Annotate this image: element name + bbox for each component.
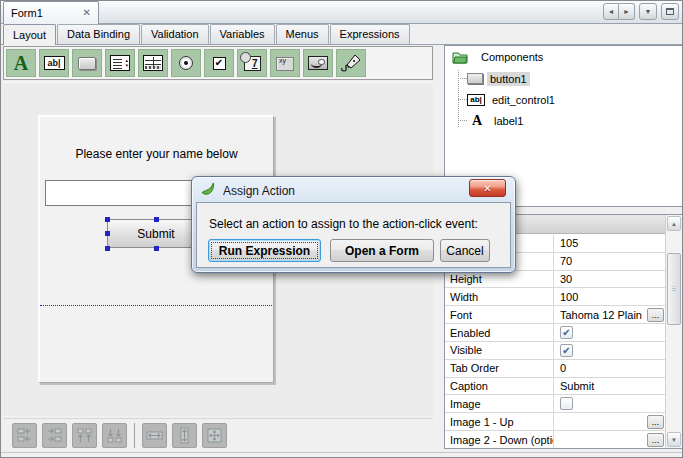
open-a-form-button[interactable]: Open a Form bbox=[330, 239, 434, 262]
maximize-icon bbox=[666, 8, 674, 15]
tool-signature-button[interactable] bbox=[336, 49, 366, 77]
close-icon[interactable]: ✕ bbox=[83, 8, 91, 18]
checkbox-checked-icon[interactable]: ✔ bbox=[560, 326, 573, 339]
property-row[interactable]: Image bbox=[445, 395, 665, 413]
selection-handle[interactable] bbox=[154, 217, 159, 222]
assign-action-icon bbox=[200, 181, 217, 200]
property-row[interactable]: FontTahoma 12 Plain... bbox=[445, 306, 665, 324]
editor-tab-row: LayoutData BindingValidationVariablesMen… bbox=[1, 24, 682, 45]
tab-layout[interactable]: Layout bbox=[3, 24, 56, 45]
form-label-control[interactable]: Please enter your name below bbox=[40, 147, 273, 161]
image-icon bbox=[308, 56, 328, 70]
tab-data-binding[interactable]: Data Binding bbox=[57, 24, 140, 44]
tool-combobox-button[interactable] bbox=[105, 49, 135, 77]
panel-icon: xy bbox=[276, 57, 294, 71]
tool-image-button[interactable] bbox=[303, 49, 333, 77]
left-arrow-icon: ◄ bbox=[608, 8, 615, 15]
property-label: Image bbox=[445, 395, 554, 412]
scroll-up-icon: ▲ bbox=[671, 221, 677, 227]
properties-scrollbar[interactable]: ▲ ▼ bbox=[665, 215, 682, 448]
button-icon bbox=[467, 73, 483, 84]
ellipsis-button[interactable]: ... bbox=[647, 433, 664, 447]
combobox-icon bbox=[110, 55, 130, 71]
property-value-text: 105 bbox=[560, 237, 596, 249]
component-item-label1[interactable]: Alabel1 bbox=[445, 110, 682, 131]
property-value-text: 100 bbox=[560, 291, 596, 303]
property-row[interactable]: Image 2 - Down (optio... bbox=[445, 431, 665, 448]
selection-handle[interactable] bbox=[105, 246, 110, 251]
property-label: Image 2 - Down (optio bbox=[445, 431, 554, 448]
scroll-down-button[interactable]: ▼ bbox=[667, 432, 681, 447]
property-row[interactable]: Height30 bbox=[445, 271, 665, 289]
align-bottom-icon bbox=[106, 427, 123, 444]
close-x-icon: ✕ bbox=[483, 183, 491, 194]
document-tab-label: Form1 bbox=[11, 7, 43, 19]
tool-same-width-button[interactable] bbox=[142, 423, 167, 448]
property-row[interactable]: Visible✔ bbox=[445, 342, 665, 360]
property-row[interactable]: Tab Order0 bbox=[445, 360, 665, 378]
tool-button-button[interactable] bbox=[72, 49, 102, 77]
component-item-label: label1 bbox=[491, 114, 526, 128]
selection-handle[interactable] bbox=[105, 231, 110, 236]
selection-handle[interactable] bbox=[154, 246, 159, 251]
tab-list-dropdown-button[interactable]: ▼ bbox=[639, 3, 657, 20]
scrollbar-thumb[interactable] bbox=[667, 253, 681, 325]
label-icon: A bbox=[467, 113, 487, 129]
document-tab-bar: ◄ ► ▼ bbox=[1, 1, 682, 24]
property-label: Tab Order bbox=[445, 360, 554, 377]
tool-align-left-button[interactable] bbox=[12, 423, 37, 448]
tab-expressions[interactable]: Expressions bbox=[330, 24, 410, 44]
component-item-edit-control1[interactable]: ab|edit_control1 bbox=[445, 89, 682, 110]
ellipsis-button[interactable]: ... bbox=[647, 308, 664, 322]
scroll-up-button[interactable]: ▲ bbox=[667, 216, 681, 231]
tree-connector bbox=[458, 99, 467, 100]
checkbox-checked-icon[interactable]: ✔ bbox=[560, 344, 573, 357]
tool-panel-button[interactable]: xy bbox=[270, 49, 300, 77]
run-expression-button[interactable]: Run Expression bbox=[208, 239, 321, 262]
selection-handle[interactable] bbox=[105, 217, 110, 222]
property-label: Image 1 - Up bbox=[445, 413, 554, 430]
components-tree-root[interactable]: Components bbox=[445, 46, 682, 68]
edit-icon: ab| bbox=[467, 94, 485, 106]
tool-datetime-button[interactable]: 7 bbox=[237, 49, 267, 77]
tool-grid-button[interactable] bbox=[138, 49, 168, 77]
tool-label-button[interactable]: A bbox=[6, 49, 36, 77]
component-item-button1[interactable]: button1 bbox=[445, 68, 682, 89]
tab-validation[interactable]: Validation bbox=[141, 24, 209, 44]
property-row[interactable]: Image 1 - Up... bbox=[445, 413, 665, 431]
maximize-button[interactable] bbox=[661, 3, 679, 20]
tool-same-size-button[interactable] bbox=[202, 423, 227, 448]
ellipsis-button[interactable]: ... bbox=[647, 415, 664, 429]
property-value-text: Submit bbox=[560, 380, 612, 392]
app-window: ◄ ► ▼ Form1 ✕ LayoutData BindingValidati… bbox=[0, 0, 683, 458]
dialog-close-button[interactable]: ✕ bbox=[469, 179, 506, 197]
property-value: Submit bbox=[554, 378, 665, 395]
textbox-icon: ab| bbox=[44, 56, 65, 70]
scroll-down-icon: ▼ bbox=[671, 437, 677, 443]
property-value: 30 bbox=[554, 271, 665, 288]
property-value: 70 bbox=[554, 253, 665, 270]
property-row[interactable]: CaptionSubmit bbox=[445, 378, 665, 396]
signature-icon bbox=[340, 53, 362, 73]
tree-connector bbox=[458, 120, 467, 121]
property-value: ✔ bbox=[554, 342, 665, 359]
align-top-icon bbox=[76, 427, 93, 444]
tool-align-top-button[interactable] bbox=[72, 423, 97, 448]
property-row[interactable]: Width100 bbox=[445, 288, 665, 306]
scroll-tabs-right-button[interactable]: ► bbox=[619, 3, 635, 20]
tool-align-bottom-button[interactable] bbox=[102, 423, 127, 448]
checkbox-unchecked-icon[interactable] bbox=[560, 397, 573, 410]
tool-textbox-button[interactable]: ab| bbox=[39, 49, 69, 77]
tool-radio-button[interactable] bbox=[171, 49, 201, 77]
cancel-button[interactable]: Cancel bbox=[440, 239, 490, 262]
tool-align-right-button[interactable] bbox=[42, 423, 67, 448]
tab-menus[interactable]: Menus bbox=[276, 24, 329, 44]
tool-same-height-button[interactable] bbox=[172, 423, 197, 448]
property-value: ... bbox=[554, 431, 665, 448]
document-tab-form1[interactable]: Form1 ✕ bbox=[3, 1, 99, 24]
property-row[interactable]: Enabled✔ bbox=[445, 324, 665, 342]
tool-checkbox-button[interactable]: ✔ bbox=[204, 49, 234, 77]
scroll-tabs-left-button[interactable]: ◄ bbox=[603, 3, 619, 20]
tab-variables[interactable]: Variables bbox=[210, 24, 275, 44]
property-value-text: 0 bbox=[560, 362, 584, 374]
